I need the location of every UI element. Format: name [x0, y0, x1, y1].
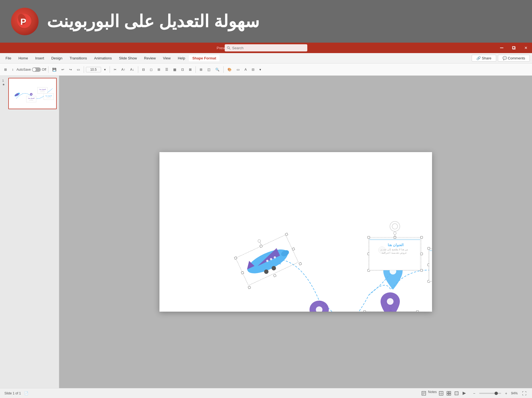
toolbar-arrange-btn[interactable]: ↕: [10, 67, 15, 73]
search-box[interactable]: [225, 44, 307, 51]
search-input[interactable]: [232, 46, 305, 50]
comments-button[interactable]: 💬 Comments: [498, 55, 530, 62]
svg-rect-144: [455, 392, 458, 394]
redo-btn[interactable]: ↪: [67, 67, 74, 73]
save-btn[interactable]: 💾: [50, 67, 58, 73]
menu-home[interactable]: Home: [15, 55, 31, 61]
menu-help[interactable]: Help: [175, 55, 189, 61]
size-btn[interactable]: ⊠: [187, 67, 194, 73]
shape-btn[interactable]: ◻: [148, 67, 154, 73]
more-btn[interactable]: ▾: [257, 67, 263, 73]
svg-rect-34: [273, 274, 276, 277]
main-area: 1 ★: [0, 76, 532, 388]
restore-button[interactable]: [508, 43, 520, 53]
slide-star-1: ★: [2, 83, 5, 86]
font-size-dropdown[interactable]: ▾: [102, 67, 108, 73]
menu-view[interactable]: View: [160, 55, 174, 61]
slide-sorter-btn[interactable]: [446, 390, 452, 397]
present-btn[interactable]: ▭: [75, 67, 82, 73]
svg-point-13: [31, 94, 32, 95]
slide-canvas[interactable]: العنوان هنا من هنا لا يطضح إلى تقديم عرو…: [159, 152, 432, 312]
autosave-toggle[interactable]: [32, 67, 41, 72]
fill-btn[interactable]: 🎨: [226, 67, 234, 73]
list-btn[interactable]: ☰: [163, 67, 170, 73]
svg-rect-33: [248, 286, 251, 289]
menu-animations[interactable]: Animations: [91, 55, 115, 61]
svg-rect-139: [447, 391, 449, 393]
view-buttons: Notes: [420, 390, 468, 397]
merge-btn[interactable]: ⊡: [179, 67, 186, 73]
outline-btn[interactable]: ▭: [235, 67, 241, 73]
zoom-level: 94%: [511, 391, 518, 395]
menu-review[interactable]: Review: [141, 55, 159, 61]
svg-rect-24: [44, 94, 54, 100]
share-button[interactable]: 🔗 Share: [472, 55, 496, 62]
zoom-in-btn[interactable]: +: [503, 390, 509, 397]
toolbar-format-btn[interactable]: ⊞: [2, 67, 9, 73]
minimize-button[interactable]: [496, 43, 508, 53]
pos-btn[interactable]: ◫: [205, 67, 212, 73]
title-bar: Presentation1 - PowerPoint ✕: [0, 43, 532, 53]
menu-shape-format[interactable]: Shape Format: [189, 55, 219, 61]
border-btn[interactable]: ▦: [171, 67, 178, 73]
shadow-btn[interactable]: ⊟: [250, 67, 256, 73]
close-button[interactable]: ✕: [520, 43, 532, 53]
svg-rect-18: [26, 96, 36, 102]
svg-rect-125: [429, 250, 432, 281]
svg-point-80: [390, 221, 400, 231]
slide-1-container: 1 ★: [8, 78, 57, 109]
slide-info: Slide 1 of 1: [4, 391, 21, 395]
font-size-box[interactable]: 10.5: [86, 67, 101, 72]
svg-rect-77: [420, 269, 423, 271]
zoom-out-btn[interactable]: −: [471, 390, 477, 397]
menu-slideshow[interactable]: Slide Show: [116, 55, 140, 61]
font-increase-btn[interactable]: A↑: [120, 67, 127, 73]
menu-insert[interactable]: Insert: [32, 55, 48, 61]
canvas-area: العنوان هنا من هنا لا يطضح إلى تقديم عرو…: [59, 76, 532, 388]
top-banner: P سهولة التعديل على البوربوينت: [0, 0, 532, 43]
undo-btn[interactable]: ↩: [59, 67, 66, 73]
notes-label: Notes: [428, 390, 437, 397]
zoom-btn[interactable]: 🔍: [213, 67, 221, 73]
svg-text:العنوان هنا: العنوان هنا: [388, 243, 404, 247]
svg-rect-31: [241, 271, 244, 274]
svg-rect-29: [259, 245, 262, 248]
banner-title: سهولة التعديل على البوربوينت: [47, 11, 259, 31]
align-btn[interactable]: ⊟: [140, 67, 147, 73]
cut-btn[interactable]: ✂: [112, 67, 118, 73]
svg-point-81: [392, 224, 398, 229]
menu-file[interactable]: File: [2, 55, 15, 61]
svg-marker-145: [463, 392, 466, 395]
menu-design[interactable]: Design: [48, 55, 66, 61]
notes-button[interactable]: [420, 390, 427, 397]
font-decrease-btn[interactable]: A↓: [128, 67, 136, 73]
slide-svg: العنوان هنا من هنا لا يطضح إلى تقديم عرو…: [159, 152, 432, 312]
menu-bar: File Home Insert Design Transitions Anim…: [0, 53, 532, 64]
svg-rect-142: [449, 394, 451, 395]
svg-rect-32: [292, 248, 295, 251]
slide-notes-icon: 📄: [24, 391, 28, 395]
text-btn[interactable]: A: [243, 67, 249, 73]
normal-view-btn[interactable]: [438, 390, 444, 397]
autosave-area: AutoSave Off: [17, 67, 46, 72]
toolbar-sep-5: [196, 66, 196, 73]
window-controls: ✕: [496, 43, 532, 53]
slideshow-btn[interactable]: [461, 390, 468, 397]
svg-rect-6: [500, 48, 503, 48]
group-btn[interactable]: ⊞: [156, 67, 162, 73]
svg-line-37: [260, 242, 261, 245]
svg-line-5: [229, 48, 230, 49]
grid-btn[interactable]: ⊞: [198, 67, 204, 73]
svg-rect-93: [416, 311, 419, 312]
svg-text:P: P: [20, 17, 26, 27]
svg-text:عروض تقديمية احترافية: عروض تقديمية احترافية: [382, 251, 407, 254]
fit-slide-btn[interactable]: [521, 390, 528, 397]
toolbar-sep-6: [223, 66, 224, 73]
reading-view-btn[interactable]: [453, 390, 460, 397]
zoom-slider[interactable]: − + 94%: [471, 390, 518, 397]
menu-transitions[interactable]: Transitions: [66, 55, 90, 61]
svg-point-36: [257, 239, 261, 243]
slide-thumb-1[interactable]: العنوان هنا نص تجريبي العنوان هنا نص تجر…: [8, 78, 57, 109]
svg-rect-30: [285, 233, 288, 236]
status-bar: Slide 1 of 1 📄 Notes −: [0, 388, 532, 398]
